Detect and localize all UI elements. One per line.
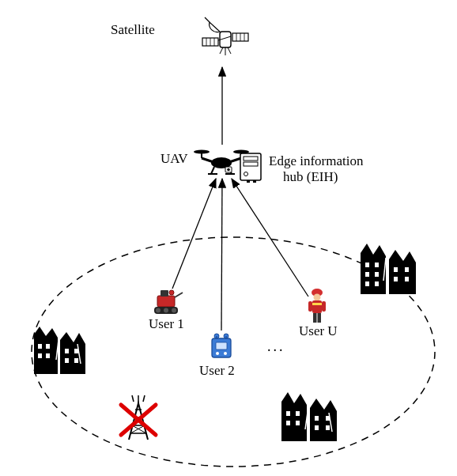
svg-line-92 (143, 395, 145, 402)
svg-rect-66 (365, 272, 369, 277)
svg-point-49 (314, 294, 321, 301)
broken-tower-icon (115, 394, 162, 443)
uplink-userU-uav (232, 179, 308, 297)
uplink-user2-uav (221, 179, 222, 331)
userU-firefighter-icon (304, 286, 330, 324)
svg-rect-60 (65, 349, 69, 353)
svg-rect-52 (308, 301, 312, 312)
svg-point-33 (169, 290, 174, 295)
svg-rect-78 (315, 416, 319, 421)
svg-rect-74 (286, 411, 290, 416)
svg-rect-80 (315, 425, 319, 430)
svg-rect-55 (318, 313, 322, 323)
user2-label: User 2 (199, 363, 235, 379)
svg-rect-53 (322, 301, 326, 312)
svg-rect-40 (216, 342, 227, 349)
building1-icon (30, 320, 93, 376)
svg-rect-62 (65, 358, 69, 363)
svg-point-42 (224, 352, 227, 355)
svg-rect-81 (326, 425, 330, 430)
svg-rect-75 (296, 411, 300, 416)
svg-point-24 (227, 168, 230, 172)
eih-server-icon (239, 150, 264, 183)
svg-line-19 (211, 167, 214, 174)
eih-label-line1: Edge information (269, 153, 363, 169)
building3-icon (277, 386, 344, 443)
svg-rect-50 (312, 300, 322, 313)
svg-rect-65 (375, 263, 379, 267)
satellite-icon (198, 14, 253, 62)
uav-label: UAV (161, 151, 188, 167)
user1-robot-icon (146, 288, 186, 316)
svg-rect-73 (405, 277, 409, 281)
users-ellipsis: ... (267, 338, 285, 355)
satellite-label: Satellite (111, 22, 155, 38)
svg-rect-30 (253, 180, 256, 183)
svg-rect-64 (365, 263, 369, 267)
svg-rect-63 (74, 358, 78, 363)
svg-rect-32 (161, 290, 168, 297)
svg-point-35 (156, 308, 161, 313)
svg-rect-76 (286, 421, 290, 425)
svg-rect-29 (247, 180, 250, 183)
svg-line-91 (132, 395, 134, 402)
eih-label-line2: hub (EIH) (283, 169, 338, 185)
svg-rect-70 (394, 267, 398, 272)
building2-icon (356, 237, 423, 297)
svg-rect-56 (38, 344, 42, 349)
userU-label: User U (299, 323, 338, 339)
svg-rect-72 (394, 277, 398, 281)
user2-device-icon (206, 331, 237, 362)
svg-rect-58 (38, 353, 42, 358)
svg-rect-67 (375, 272, 379, 277)
user1-label: User 1 (149, 316, 184, 332)
svg-rect-57 (46, 344, 50, 349)
svg-rect-71 (405, 267, 409, 272)
svg-rect-77 (296, 421, 300, 425)
svg-point-36 (164, 308, 168, 313)
svg-line-2 (205, 17, 210, 22)
svg-rect-51 (312, 303, 322, 305)
svg-point-41 (216, 352, 219, 355)
svg-rect-31 (157, 296, 175, 307)
svg-rect-54 (313, 313, 317, 323)
svg-rect-69 (375, 281, 379, 286)
svg-rect-59 (46, 353, 50, 358)
svg-rect-61 (74, 349, 78, 353)
uplink-user1-uav (172, 179, 216, 289)
svg-line-38 (175, 293, 183, 297)
svg-rect-48 (313, 292, 321, 293)
svg-rect-68 (365, 281, 369, 286)
svg-point-37 (172, 308, 176, 313)
